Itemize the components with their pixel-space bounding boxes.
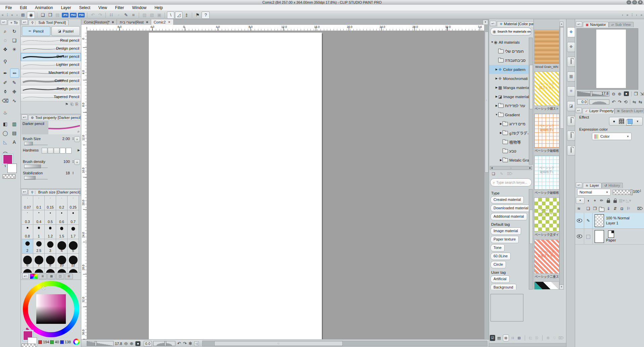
- apply-mask-button[interactable]: ⚐: [626, 206, 632, 212]
- nav-reset-view-button[interactable]: ⇆: [639, 99, 642, 104]
- highlighter-pencil-button[interactable]: ✏: [599, 198, 605, 204]
- tab-layer[interactable]: Layer: [590, 183, 599, 188]
- navigator-preview[interactable]: [576, 28, 638, 90]
- zoom-tool[interactable]: ⌕: [1, 27, 9, 36]
- menu-view[interactable]: View: [94, 5, 111, 11]
- workspace-grid-button[interactable]: ⊞: [19, 12, 26, 18]
- expander-open-icon[interactable]: ▼: [490, 41, 494, 44]
- color-wheel-tab[interactable]: ◎: [30, 273, 38, 279]
- sub-tool-tab-pencil[interactable]: ✏Pencil: [22, 26, 50, 36]
- material-tree-hscrollbar[interactable]: ◀⁞⁞▶: [490, 166, 532, 170]
- navigator-zoom-slider[interactable]: 17.8: [577, 91, 609, 96]
- nav-rotate-left-button[interactable]: ↶: [612, 99, 615, 104]
- expander-closed-icon[interactable]: ▶: [495, 86, 498, 89]
- paste-sub-tool-icon[interactable]: ⎘: [75, 102, 78, 106]
- minimize-button[interactable]: –: [627, 0, 631, 4]
- brush-size-2.5[interactable]: 2.5: [33, 239, 45, 254]
- tree-item[interactable]: ▼◉All materials: [489, 38, 529, 47]
- material-search-box[interactable]: ⌕ Type search keyw...: [490, 178, 532, 186]
- new-layer-folder-button[interactable]: [599, 206, 605, 212]
- expander-closed-icon[interactable]: ▶: [495, 77, 498, 80]
- sub-tool-item[interactable]: Colored pencil: [21, 77, 81, 85]
- sub-tool-tab-pastel[interactable]: ◪Pastel: [51, 26, 80, 36]
- brush-size-1.2[interactable]: 1.2: [45, 225, 56, 239]
- draft-layer-button[interactable]: ⌖: [592, 198, 598, 204]
- nav-flip-horizontal-button[interactable]: ⇋: [633, 99, 636, 104]
- layer-row[interactable]: ✎100 % NormalLayer 1: [575, 213, 644, 229]
- brush-size-1.5[interactable]: 1.5: [56, 225, 68, 239]
- list-view-button[interactable]: ▤: [496, 335, 502, 341]
- source-setting-button[interactable]: ⇣: [74, 136, 80, 142]
- tree-item[interactable]: סביבתעבודה: [489, 56, 529, 65]
- dock-arrow-right-0[interactable]: ›: [620, 13, 625, 17]
- sub-tool-item[interactable]: Rough pencil: [21, 85, 81, 93]
- material-thumbnail[interactable]: ベーシック 破線格子2ベーシック破線格: [534, 114, 559, 154]
- merge-with-lower-layer-button[interactable]: ⇵: [612, 206, 618, 212]
- tree-item[interactable]: ▶עזר למדידות: [489, 101, 529, 110]
- layer-stack-icon-button[interactable]: ≋: [576, 206, 582, 212]
- color-wheel-icon[interactable]: [73, 339, 80, 345]
- frame-border-tool[interactable]: ▤: [10, 129, 18, 137]
- panel-menu-icon[interactable]: ▸≡: [1, 19, 7, 25]
- expander-closed-icon[interactable]: ▶: [495, 68, 498, 71]
- tag-image-material[interactable]: Image material: [490, 227, 521, 235]
- tag-tone[interactable]: Tone: [490, 244, 505, 252]
- tab-history[interactable]: History: [608, 183, 620, 188]
- tone-effect-button[interactable]: [619, 119, 624, 124]
- tab-search-layer[interactable]: Search Layer: [621, 109, 643, 114]
- sv-cursor[interactable]: [42, 286, 45, 290]
- text-tool[interactable]: A: [10, 138, 18, 146]
- horizontal-scrollbar[interactable]: ⁞⁞: [202, 341, 487, 346]
- nav-reset-rotation-button[interactable]: ⟲: [624, 99, 628, 104]
- layer-thumbnail[interactable]: [595, 214, 604, 227]
- tree-item[interactable]: טבע: [489, 146, 529, 156]
- layer-thumbnail[interactable]: [595, 230, 604, 243]
- dock-3d-material-2[interactable]: [567, 131, 575, 141]
- eye-icon[interactable]: [577, 219, 582, 222]
- menu-help[interactable]: Help: [151, 5, 167, 11]
- material-thumbnail[interactable]: ベーシック 破線格子1ベーシック破線格: [534, 156, 559, 196]
- brush-size-0.4[interactable]: 0.4: [33, 210, 45, 225]
- color-slider-tab[interactable]: ≣: [39, 273, 47, 279]
- tag-artificial[interactable]: Artificial: [490, 275, 510, 283]
- source-setting-button[interactable]: ⇣: [74, 159, 80, 165]
- pen-tool[interactable]: ✒: [1, 69, 9, 77]
- sub-color-swatch[interactable]: [7, 164, 17, 173]
- expander-closed-icon[interactable]: ▶: [495, 95, 498, 98]
- saturation-value-square[interactable]: [36, 294, 66, 324]
- new-canvas-button[interactable]: ❏: [39, 12, 46, 18]
- expander-closed-icon[interactable]: ▶: [495, 104, 498, 107]
- tab-layer-property[interactable]: Layer Property: [589, 109, 613, 114]
- value-stepper[interactable]: ▲▼: [72, 137, 74, 140]
- panel-menu-icon[interactable]: ▸≡: [490, 21, 496, 26]
- tree-item[interactable]: ▶◪Image material: [489, 92, 529, 101]
- deselect-button[interactable]: ∷: [108, 12, 115, 18]
- color-set-tab[interactable]: ▦: [47, 273, 55, 279]
- select-materials-button[interactable]: ☑: [490, 335, 495, 341]
- brush-size-partial[interactable]: [22, 268, 33, 273]
- canvas-paper[interactable]: [149, 33, 322, 339]
- import-png-button[interactable]: PNG: [70, 13, 77, 17]
- border-effect-button[interactable]: ●: [613, 119, 615, 124]
- thumbnail-image-grid-blue[interactable]: ベーシック 破線格子1: [534, 156, 559, 190]
- dock-arrow-left-2[interactable]: «: [9, 13, 15, 17]
- canvas-tab[interactable]: Comic2✕: [151, 19, 174, 25]
- tree-item[interactable]: ▶Metalic Grad: [489, 156, 529, 165]
- panel-menu-icon[interactable]: ▸≡: [576, 21, 582, 27]
- gradient-tool[interactable]: ▥: [10, 120, 18, 128]
- dock-arrow-right-1[interactable]: »: [625, 13, 630, 17]
- material-thumbnail[interactable]: Wood Grain_Whi: [534, 30, 559, 70]
- panel-menu-icon[interactable]: ▸≡: [576, 182, 582, 188]
- effect-expand-button[interactable]: ▼: [636, 120, 639, 123]
- brush-size-0.25[interactable]: 0.25: [68, 196, 79, 210]
- figure-tool[interactable]: ◯: [1, 129, 9, 137]
- expand-selected-area-button[interactable]: ⌗: [130, 12, 137, 18]
- open-clip-studio-button[interactable]: ◉: [27, 11, 35, 19]
- material-tree-scrollbar[interactable]: [529, 38, 533, 165]
- dock-material-folder[interactable]: [567, 57, 575, 67]
- brush-size-0.5[interactable]: 0.5: [45, 210, 56, 225]
- reset-rotation-button[interactable]: ✻: [188, 341, 192, 346]
- wrench-icon[interactable]: ⌕: [77, 129, 80, 134]
- new-material-folder-button[interactable]: ❏: [490, 171, 497, 176]
- open-file-button[interactable]: ❒: [47, 12, 53, 18]
